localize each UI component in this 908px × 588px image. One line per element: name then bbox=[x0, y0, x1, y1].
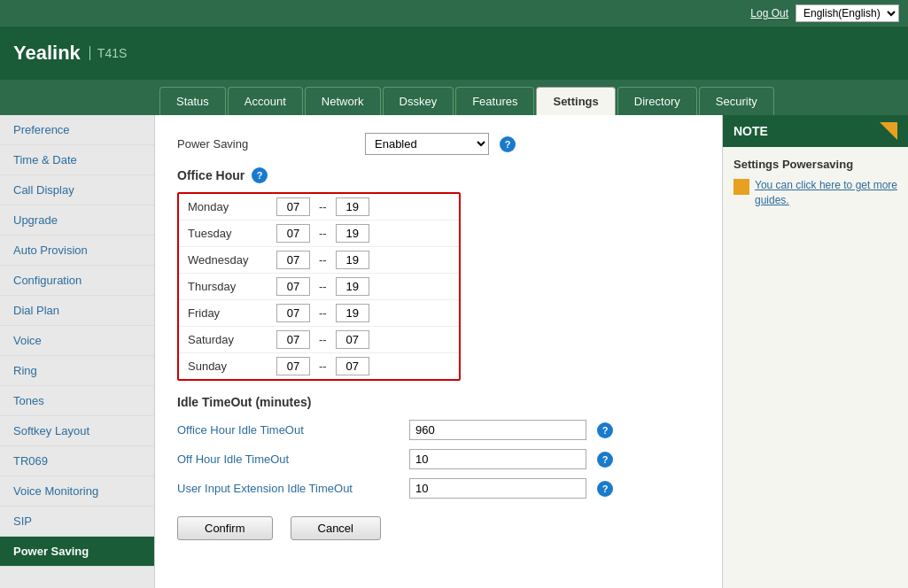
thursday-start[interactable] bbox=[276, 277, 310, 296]
sidebar-item-voice[interactable]: Voice bbox=[0, 326, 154, 356]
office-idle-help-icon[interactable]: ? bbox=[597, 422, 613, 438]
power-saving-row: Power Saving Enabled Disabled ? bbox=[177, 133, 700, 155]
sunday-end[interactable] bbox=[336, 357, 369, 375]
sidebar-item-tr069[interactable]: TR069 bbox=[0, 446, 154, 476]
tab-security[interactable]: Security bbox=[699, 87, 774, 115]
tab-account[interactable]: Account bbox=[228, 87, 303, 115]
confirm-button[interactable]: Confirm bbox=[177, 516, 273, 540]
sidebar-item-dial-plan[interactable]: Dial Plan bbox=[0, 296, 154, 326]
sidebar-item-sip[interactable]: SIP bbox=[0, 507, 154, 537]
brand-logo: Yealink T41S bbox=[13, 42, 127, 65]
off-hour-idle-row: Off Hour Idle TimeOut ? bbox=[177, 449, 700, 469]
wednesday-start[interactable] bbox=[276, 251, 310, 269]
power-saving-help-icon[interactable]: ? bbox=[500, 136, 516, 152]
brand-name: Yealink bbox=[13, 42, 81, 65]
wednesday-end[interactable] bbox=[336, 251, 369, 269]
tab-settings[interactable]: Settings bbox=[536, 87, 615, 115]
note-header: NOTE bbox=[723, 115, 908, 147]
office-hour-help-icon[interactable]: ? bbox=[252, 167, 268, 183]
sidebar-item-power-saving[interactable]: Power Saving bbox=[0, 537, 154, 567]
table-row: Wednesday -- bbox=[179, 247, 459, 274]
off-hour-idle-label: Off Hour Idle TimeOut bbox=[177, 453, 399, 466]
sidebar-item-softkey-layout[interactable]: Softkey Layout bbox=[0, 416, 154, 446]
day-sunday: Sunday bbox=[188, 360, 268, 373]
monday-end[interactable] bbox=[336, 197, 369, 216]
note-doc-icon bbox=[733, 179, 749, 195]
note-subtitle: Settings Powersaving bbox=[733, 158, 897, 171]
note-link-row: You can click here to get more guides. bbox=[733, 178, 897, 208]
sidebar-item-upgrade[interactable]: Upgrade bbox=[0, 205, 154, 236]
tuesday-end[interactable] bbox=[336, 224, 369, 243]
sidebar: Preference Time & Date Call Display Upgr… bbox=[0, 115, 155, 588]
tab-network[interactable]: Network bbox=[305, 87, 381, 115]
saturday-start[interactable] bbox=[276, 330, 310, 349]
office-hour-table: Monday -- Tuesday -- Wednesday -- T bbox=[177, 192, 461, 381]
content-area: Power Saving Enabled Disabled ? Office H… bbox=[155, 115, 722, 588]
note-link[interactable]: You can click here to get more guides. bbox=[755, 178, 897, 208]
user-input-idle-help-icon[interactable]: ? bbox=[597, 481, 613, 497]
office-idle-row: Office Hour Idle TimeOut ? bbox=[177, 420, 700, 440]
tab-status[interactable]: Status bbox=[159, 87, 226, 115]
power-saving-select[interactable]: Enabled Disabled bbox=[365, 133, 489, 155]
monday-start[interactable] bbox=[276, 197, 310, 216]
nav-tabs: Status Account Network Dsskey Features S… bbox=[0, 80, 908, 115]
saturday-end[interactable] bbox=[336, 330, 369, 349]
office-hour-title: Office Hour ? bbox=[177, 167, 700, 183]
sidebar-item-voice-monitoring[interactable]: Voice Monitoring bbox=[0, 476, 154, 507]
sunday-start[interactable] bbox=[276, 357, 310, 375]
sidebar-item-ring[interactable]: Ring bbox=[0, 356, 154, 386]
tab-features[interactable]: Features bbox=[455, 87, 534, 115]
sidebar-item-preference[interactable]: Preference bbox=[0, 115, 154, 145]
friday-end[interactable] bbox=[336, 304, 369, 322]
office-idle-label: Office Hour Idle TimeOut bbox=[177, 423, 399, 437]
office-idle-input[interactable] bbox=[409, 420, 586, 440]
note-corner-decoration bbox=[880, 122, 897, 140]
table-row: Saturday -- bbox=[179, 327, 459, 353]
button-row: Confirm Cancel bbox=[177, 516, 700, 540]
power-saving-label: Power Saving bbox=[177, 137, 354, 151]
off-hour-idle-input[interactable] bbox=[409, 449, 586, 469]
thursday-end[interactable] bbox=[336, 277, 369, 296]
off-hour-idle-help-icon[interactable]: ? bbox=[597, 452, 613, 468]
top-bar: Log Out English(English) bbox=[0, 0, 908, 27]
note-title: NOTE bbox=[733, 124, 768, 138]
table-row: Friday -- bbox=[179, 300, 459, 327]
day-saturday: Saturday bbox=[188, 333, 268, 346]
tab-dsskey[interactable]: Dsskey bbox=[383, 87, 454, 115]
sidebar-item-auto-provision[interactable]: Auto Provision bbox=[0, 236, 154, 266]
cancel-button[interactable]: Cancel bbox=[291, 516, 381, 540]
time-sep: -- bbox=[319, 227, 327, 240]
note-content: Settings Powersaving You can click here … bbox=[723, 147, 908, 219]
time-sep: -- bbox=[319, 280, 327, 293]
main-layout: Preference Time & Date Call Display Upgr… bbox=[0, 115, 908, 588]
tuesday-start[interactable] bbox=[276, 224, 310, 243]
time-sep: -- bbox=[319, 333, 327, 346]
user-input-idle-row: User Input Extension Idle TimeOut ? bbox=[177, 478, 700, 499]
brand-model: T41S bbox=[89, 46, 127, 60]
header: Yealink T41S bbox=[0, 27, 908, 80]
tab-directory[interactable]: Directory bbox=[617, 87, 697, 115]
table-row: Tuesday -- bbox=[179, 220, 459, 247]
sidebar-item-configuration[interactable]: Configuration bbox=[0, 266, 154, 296]
day-tuesday: Tuesday bbox=[188, 227, 268, 240]
sidebar-item-tones[interactable]: Tones bbox=[0, 386, 154, 416]
time-sep: -- bbox=[319, 306, 327, 320]
logout-button[interactable]: Log Out bbox=[750, 7, 788, 19]
idle-timeout-title: Idle TimeOut (minutes) bbox=[177, 395, 700, 409]
table-row: Sunday -- bbox=[179, 353, 459, 379]
day-wednesday: Wednesday bbox=[188, 253, 268, 267]
time-sep: -- bbox=[319, 360, 327, 373]
note-panel: NOTE Settings Powersaving You can click … bbox=[722, 115, 908, 588]
sidebar-item-call-display[interactable]: Call Display bbox=[0, 175, 154, 205]
friday-start[interactable] bbox=[276, 304, 310, 322]
user-input-idle-input[interactable] bbox=[409, 478, 586, 499]
day-friday: Friday bbox=[188, 306, 268, 320]
table-row: Monday -- bbox=[179, 194, 459, 220]
time-sep: -- bbox=[319, 200, 327, 213]
sidebar-item-time-date[interactable]: Time & Date bbox=[0, 145, 154, 175]
language-select[interactable]: English(English) bbox=[795, 4, 899, 22]
user-input-idle-label: User Input Extension Idle TimeOut bbox=[177, 482, 399, 495]
time-sep: -- bbox=[319, 253, 327, 267]
day-thursday: Thursday bbox=[188, 280, 268, 293]
day-monday: Monday bbox=[188, 200, 268, 213]
